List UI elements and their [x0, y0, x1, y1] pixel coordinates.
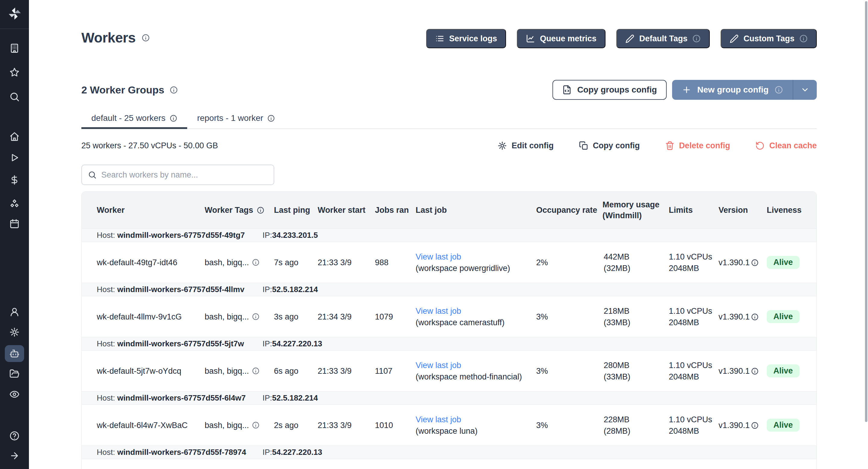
clean-cache-button[interactable]: Clean cache — [755, 141, 817, 150]
last-job: View last job (workspace powergridlive) — [413, 251, 534, 274]
workers-table: Worker Worker Tags Last ping Worker star… — [82, 191, 817, 469]
info-icon[interactable] — [252, 421, 259, 429]
worker-start: 21:33 3/9 — [315, 419, 373, 431]
scrollbar[interactable] — [865, 1, 867, 422]
copy-groups-config-label: Copy groups config — [577, 85, 657, 95]
worker-tags: bash, bigq... — [202, 365, 272, 377]
host-ip: 52.5.182.214 — [272, 393, 318, 402]
sidebar-item-calendar-icon[interactable] — [9, 219, 20, 229]
copy-groups-config-button[interactable]: Copy groups config — [553, 80, 666, 100]
sidebar-item-star-icon[interactable] — [9, 67, 20, 77]
last-job: View last job (workspace camerastuff) — [413, 305, 534, 328]
config-actions: Edit config Copy config Delete config Cl… — [498, 141, 817, 150]
jobs-ran: 1107 — [373, 365, 413, 377]
new-group-config-button[interactable]: New group config — [672, 80, 817, 100]
memory-usage: 442MB(32MB) — [600, 251, 666, 274]
host-name: windmill-workers-67757d55f-49tg7 — [117, 230, 245, 240]
sidebar-item-play-icon[interactable] — [9, 153, 20, 163]
service-logs-button[interactable]: Service logs — [426, 29, 506, 48]
action-label: Clean cache — [769, 141, 817, 150]
tab-reports[interactable]: reports - 1 worker — [187, 108, 285, 128]
host-name: windmill-workers-67757d55f-6l4w7 — [117, 393, 246, 402]
info-icon[interactable] — [170, 115, 177, 122]
host-ip: 54.227.220.13 — [272, 447, 322, 457]
copy-icon — [579, 141, 588, 150]
sidebar-item-home-icon[interactable] — [9, 131, 20, 142]
worker-groups-info-icon[interactable] — [170, 86, 178, 94]
host-ip: 34.233.201.5 — [272, 230, 318, 240]
version: v1.390.1 — [716, 257, 764, 268]
host-row: Host: windmill-workers-67757d55f-6l4w7 I… — [82, 391, 816, 405]
info-icon[interactable] — [751, 313, 758, 321]
worker-name: wk-default-4llmv-9v1cG — [82, 311, 202, 322]
sidebar-item-eye-icon[interactable] — [9, 389, 20, 399]
column-header: Worker — [82, 205, 202, 216]
button-label: Queue metrics — [540, 34, 596, 43]
version: v1.390.1 — [716, 419, 764, 431]
search-box — [82, 164, 274, 185]
column-header: Limits — [666, 205, 716, 216]
sidebar-item-dollar-icon[interactable] — [9, 175, 20, 185]
memory-usage: 280MB(33MB) — [600, 359, 666, 382]
info-icon[interactable] — [751, 259, 758, 267]
new-group-config-dropdown[interactable] — [793, 80, 817, 100]
info-icon[interactable] — [267, 115, 275, 122]
workers-info-icon[interactable] — [142, 34, 150, 42]
sidebar-item-help-icon[interactable] — [9, 431, 20, 441]
info-icon[interactable] — [257, 207, 264, 214]
column-header: Last job — [413, 205, 534, 216]
search-input[interactable] — [101, 170, 268, 180]
worker-start: 21:33 3/9 — [315, 257, 373, 268]
info-icon[interactable] — [692, 34, 701, 43]
tab-default[interactable]: default - 25 workers — [82, 108, 187, 128]
info-icon[interactable] — [799, 34, 808, 43]
sidebar-item-folder-open-icon[interactable] — [9, 369, 20, 379]
default-tags-button[interactable]: Default Tags — [616, 29, 710, 48]
limits: 1.10 vCPUs2048MB — [666, 305, 716, 328]
info-icon[interactable] — [252, 313, 259, 320]
info-icon[interactable] — [252, 259, 259, 266]
worker-name: wk-default-6l4w7-XwBaC — [82, 419, 202, 431]
sidebar-item-boxes-icon[interactable] — [9, 198, 20, 209]
sidebar-item-building-icon[interactable] — [9, 43, 20, 53]
sidebar-item-search-icon[interactable] — [9, 92, 20, 102]
view-last-job-link[interactable]: View last job — [415, 252, 461, 261]
new-group-config-info-icon[interactable] — [775, 86, 783, 94]
copy-config-button[interactable]: Copy config — [579, 141, 640, 150]
list-icon — [435, 34, 444, 43]
sidebar-item-gear-icon[interactable] — [9, 327, 20, 337]
occupancy-rate: 3% — [534, 419, 600, 431]
last-job-workspace: (workspace powergridlive) — [415, 264, 510, 273]
memory-usage: 228MB(28MB) — [600, 414, 666, 437]
info-icon[interactable] — [751, 368, 758, 375]
sidebar-item-arrow-right-icon[interactable] — [9, 450, 20, 461]
last-ping: 7s ago — [272, 257, 315, 268]
view-last-job-link[interactable]: View last job — [415, 361, 461, 370]
info-icon[interactable] — [751, 422, 758, 429]
view-last-job-link[interactable]: View last job — [415, 415, 461, 424]
custom-tags-button[interactable]: Custom Tags — [721, 29, 817, 48]
sidebar-item-user-icon[interactable] — [9, 307, 20, 317]
worker-tags: bash, bigq... — [202, 311, 272, 322]
gear-icon — [498, 141, 507, 150]
delete-config-button[interactable]: Delete config — [665, 141, 730, 150]
worker-group-tabs: default - 25 workers reports - 1 worker — [82, 108, 817, 129]
view-last-job-link[interactable]: View last job — [415, 307, 461, 316]
windmill-logo-icon[interactable] — [7, 6, 22, 21]
button-label: Service logs — [449, 34, 497, 43]
sidebar-item-bot-icon[interactable] — [9, 348, 20, 359]
pencil-icon — [625, 34, 634, 43]
worker-start: 21:34 3/9 — [315, 311, 373, 322]
main-content: Workers Service logs Queue metrics Defau… — [29, 0, 868, 469]
worker-name: wk-default-5jt7w-oYdcq — [82, 365, 202, 377]
jobs-ran: 988 — [373, 257, 413, 268]
worker-row: wk-default-5jt7w-oYdcq bash, bigq... 6s … — [82, 350, 816, 391]
column-header: Worker Tags — [202, 205, 272, 216]
queue-metrics-button[interactable]: Queue metrics — [517, 29, 606, 48]
header-buttons: Service logs Queue metrics Default Tags … — [426, 29, 817, 48]
info-icon[interactable] — [252, 367, 259, 375]
last-job-workspace: (workspace luna) — [415, 427, 478, 436]
last-job: View last job (workspace luna) — [413, 414, 534, 437]
chart-icon — [526, 34, 535, 43]
edit-config-button[interactable]: Edit config — [498, 141, 553, 150]
